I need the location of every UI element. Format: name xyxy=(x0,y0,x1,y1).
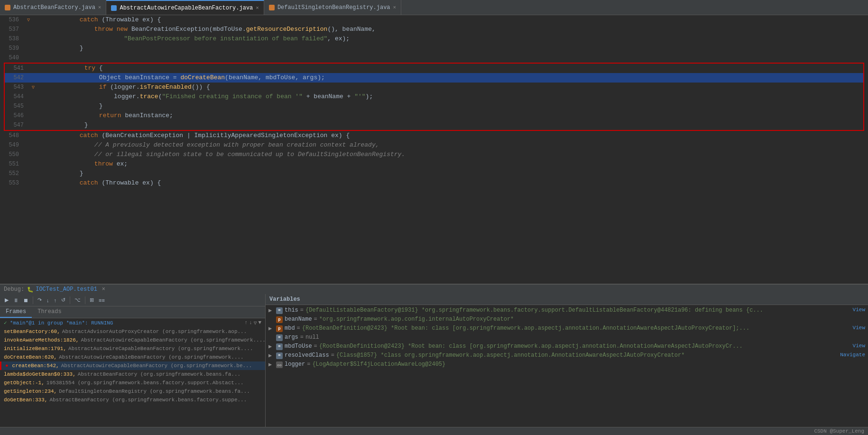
status-right-text: CSDN @Super_Leng xyxy=(814,428,864,434)
tab-close-button[interactable]: × xyxy=(256,5,259,11)
frame-loc: AbstractAutowireCapableBeanFactory (org.… xyxy=(81,337,265,343)
tab-close-button[interactable]: × xyxy=(393,5,397,10)
line-gutter xyxy=(28,73,38,83)
thread-name: *main*@1 in group *main*: RUNNING xyxy=(10,320,113,326)
main-area: 536 ▽ catch (Throwable ex) { 537 throw n… xyxy=(0,15,868,284)
line-gutter: ▽ xyxy=(28,83,38,92)
frame-item[interactable]: doGetBean:333, AbstractBeanFactory (org.… xyxy=(0,396,265,404)
code-line-549: 549 // A previously detected exception w… xyxy=(0,140,868,150)
frame-item[interactable]: lambda$doGetBean$0:333, AbstractBeanFact… xyxy=(0,370,265,379)
var-value: {Class@1857} *class org.springframework.… xyxy=(336,352,836,359)
expand-icon[interactable]: ▶ xyxy=(268,325,274,332)
tab-defaultsingleton[interactable]: DefaultSingletonBeanRegistry.java × xyxy=(264,0,401,15)
tab-close-button[interactable]: × xyxy=(98,5,102,10)
var-logger[interactable]: ▶ oo logger = {LogAdapter$Slf4jLocationA… xyxy=(267,360,867,369)
code-line-540: 540 xyxy=(0,53,868,63)
toolbar-separator xyxy=(85,296,85,304)
step-over-button[interactable]: ↷ xyxy=(36,296,44,304)
line-gutter xyxy=(24,159,33,169)
line-code: throw ex; xyxy=(33,159,868,169)
pause-button[interactable]: ⏸ xyxy=(11,296,20,304)
code-content[interactable]: 536 ▽ catch (Throwable ex) { 537 throw n… xyxy=(0,15,868,284)
var-beanname[interactable]: p beanName = *org.springframework.aop.co… xyxy=(267,315,867,324)
code-line-544: 544 logger.trace("Finished creating inst… xyxy=(5,92,863,102)
line-number: 540 xyxy=(0,53,24,63)
code-line-539: 539 } xyxy=(0,44,868,53)
var-type-icon: oo xyxy=(276,361,283,368)
arrow-up[interactable]: ↑ xyxy=(245,320,248,326)
var-args[interactable]: = args = null xyxy=(267,333,867,342)
view-link[interactable]: View xyxy=(853,325,865,331)
code-editor: 536 ▽ catch (Throwable ex) { 537 throw n… xyxy=(0,15,868,284)
code-line-543: 543 ▽ if (logger.isTraceEnabled()) { xyxy=(5,83,863,92)
line-gutter: ▽ xyxy=(24,15,33,25)
step-into-button[interactable]: ↓ xyxy=(45,296,51,304)
frame-item[interactable]: getObject:-1, 195381554 (org.springframe… xyxy=(0,379,265,387)
variables-panel[interactable]: ▶ = this = {DefaultListableBeanFactory@1… xyxy=(266,305,868,427)
code-line-547: 547 } xyxy=(5,120,863,130)
frame-item[interactable]: invokeAwareMethods:1826, AbstractAutowir… xyxy=(0,336,265,344)
var-mbd[interactable]: ▶ p mbd = {RootBeanDefinition@2423} *Roo… xyxy=(267,324,867,333)
line-number: 552 xyxy=(0,169,24,178)
var-name: mbdToUse xyxy=(285,343,312,350)
grid-view-button[interactable]: ⊞ xyxy=(88,296,96,304)
line-number: 546 xyxy=(5,111,28,120)
frames-tab[interactable]: Frames xyxy=(0,306,32,318)
line-gutter xyxy=(28,120,38,130)
list-view-button[interactable]: ≡≡ xyxy=(97,296,107,304)
line-gutter xyxy=(24,169,33,178)
frame-item-active[interactable]: ● createBean:542, AbstractAutowireCapabl… xyxy=(0,361,265,370)
threads-tab[interactable]: Threads xyxy=(32,306,67,318)
line-code: } xyxy=(33,169,868,178)
frame-loc: AbstractAutowireCapableBeanFactory (org.… xyxy=(61,363,252,369)
var-mbdtouse[interactable]: ▶ = mbdToUse = {RootBeanDefinition@2423}… xyxy=(267,342,867,351)
navigate-link[interactable]: Navigate xyxy=(840,352,865,358)
line-number: 539 xyxy=(0,44,24,53)
resume-button[interactable]: ▶ xyxy=(3,296,10,304)
frame-loc: 195381554 (org.springframework.beans.fac… xyxy=(46,380,244,386)
tab-abstractbeanfactory[interactable]: AbstractBeanFactory.java × xyxy=(0,0,106,15)
arrow-down[interactable]: ↓ xyxy=(249,320,252,326)
line-number: 541 xyxy=(5,64,28,73)
var-resolvedclass[interactable]: ▶ = resolvedClass = {Class@1857} *class … xyxy=(267,351,867,360)
line-gutter xyxy=(24,178,33,188)
rerun-button[interactable]: ↺ xyxy=(59,296,67,304)
var-equals: = xyxy=(297,325,300,332)
var-value: {RootBeanDefinition@2423} *Root bean: cl… xyxy=(319,343,849,350)
breakpoint-icon: ● xyxy=(5,363,9,369)
frame-fn: doCreateBean:620, xyxy=(4,354,57,360)
frame-item[interactable]: initializeBean:1791, AbstractAutowireCap… xyxy=(0,344,265,353)
debug-session-name: IOCTest_AOP.test01 xyxy=(36,286,97,293)
expand-icon[interactable]: ▶ xyxy=(268,352,274,359)
debug-highlight-box: 541 try { 542 Object beanInstance = doCr… xyxy=(4,63,864,131)
line-code: // A previously detected exception with … xyxy=(33,140,868,150)
var-value: null xyxy=(305,334,865,341)
line-gutter xyxy=(24,131,33,140)
line-number: 545 xyxy=(5,102,28,111)
expand-icon[interactable]: ▶ xyxy=(268,361,274,368)
expand-icon[interactable]: ▶ xyxy=(268,307,274,314)
line-code xyxy=(33,53,868,63)
frame-item[interactable]: doCreateBean:620, AbstractAutowireCapabl… xyxy=(0,353,265,361)
frame-item[interactable]: setBeanFactory:60, AbstractAdvisorAutoPr… xyxy=(0,327,265,336)
frame-item[interactable]: getSingleton:234, DefaultSingletonBeanRe… xyxy=(0,387,265,396)
tab-abstractautowirecapable[interactable]: AbstractAutowireCapableBeanFactory.java … xyxy=(106,0,264,15)
code-line-550: 550 // or illegal singleton state to be … xyxy=(0,150,868,159)
view-link[interactable]: View xyxy=(853,343,865,349)
var-value: {DefaultListableBeanFactory@1931} *org.s… xyxy=(305,307,849,314)
debug-session-close[interactable]: × xyxy=(102,286,105,293)
line-number: 550 xyxy=(0,150,24,159)
expand-icon[interactable]: ▶ xyxy=(268,343,274,350)
line-number: 542 xyxy=(5,73,28,83)
var-this[interactable]: ▶ = this = {DefaultListableBeanFactory@1… xyxy=(267,306,867,315)
line-code: // or illegal singleton state to be comm… xyxy=(33,150,868,159)
frame-loc: AbstractAdvisorAutoProxyCreator (org.spr… xyxy=(62,329,247,334)
evaluate-button[interactable]: ⌥ xyxy=(73,296,83,304)
view-link[interactable]: View xyxy=(853,307,865,313)
step-out-button[interactable]: ↑ xyxy=(52,296,59,304)
filter-icon[interactable]: ▽ xyxy=(254,320,257,326)
expand-icon[interactable]: ▼ xyxy=(258,320,261,326)
stop-button[interactable]: ⏹ xyxy=(21,296,30,304)
frames-panel[interactable]: setBeanFactory:60, AbstractAdvisorAutoPr… xyxy=(0,327,265,427)
line-code: "BeanPostProcessor before instantiation … xyxy=(33,34,868,44)
